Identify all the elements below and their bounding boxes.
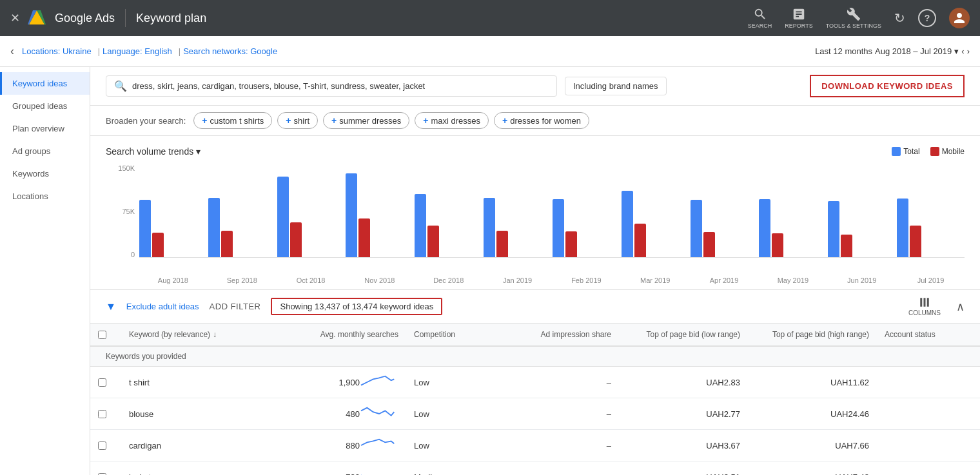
td-checkbox[interactable] — [90, 430, 121, 461]
bar-group — [208, 198, 276, 257]
th-account-status[interactable]: Account status — [877, 324, 980, 345]
plus-icon: + — [423, 115, 428, 126]
columns-label: COLUMNS — [908, 309, 941, 316]
sidebar-item-ad-groups-label: Ad groups — [12, 146, 50, 156]
row-checkbox[interactable] — [98, 441, 106, 450]
broaden-chip-label-1: shirt — [293, 116, 309, 126]
td-checkbox[interactable] — [90, 461, 121, 475]
th-bid-low[interactable]: Top of page bid (low range) — [619, 324, 748, 345]
td-bid-high: UAH7.48 — [748, 461, 877, 475]
reports-nav-button[interactable]: REPORTS — [785, 7, 812, 29]
ad-impression-value: – — [607, 441, 611, 451]
bar-mobile — [910, 226, 921, 257]
bid-high-value: UAH7.48 — [835, 472, 869, 476]
sidebar-item-grouped-ideas[interactable]: Grouped ideas — [0, 95, 90, 117]
legend-total-label: Total — [903, 147, 919, 156]
sidebar-item-grouped-ideas-label: Grouped ideas — [12, 101, 67, 111]
help-button[interactable]: ? — [918, 9, 936, 27]
keyword-text: cardigan — [129, 441, 161, 451]
bar-total — [828, 201, 839, 257]
search-bar-row: 🔍 Including brand names DOWNLOAD KEYWORD… — [90, 67, 980, 106]
back-button[interactable]: ‹ — [10, 44, 14, 58]
keyword-text: t shirt — [129, 378, 150, 387]
broaden-search-row: Broaden your search: + custom t shirts +… — [90, 106, 980, 136]
competition-value: Low — [414, 378, 429, 387]
chart-x-labels: Aug 2018Sep 2018Oct 2018Nov 2018Dec 2018… — [139, 276, 965, 284]
x-label: Jul 2019 — [897, 276, 965, 284]
keyword-text: jacket — [129, 472, 151, 476]
search-input[interactable] — [132, 81, 549, 91]
row-checkbox[interactable] — [98, 378, 106, 387]
brand-names-button[interactable]: Including brand names — [565, 77, 667, 95]
bar-total — [484, 198, 495, 257]
close-button[interactable]: ✕ — [10, 11, 20, 25]
location-value[interactable]: Ukraine — [63, 46, 92, 56]
broaden-chip-2[interactable]: + summer dresses — [323, 112, 409, 129]
sidebar-item-plan-overview[interactable]: Plan overview — [0, 117, 90, 140]
avg-searches-value: 720 — [346, 472, 360, 476]
legend-mobile-label: Mobile — [942, 147, 965, 156]
x-label: May 2019 — [759, 276, 827, 284]
broaden-chip-label-2: summer dresses — [339, 116, 401, 126]
th-keyword[interactable]: Keyword (by relevance) ↓ — [121, 324, 290, 345]
bid-high-value: UAH11.62 — [830, 378, 869, 387]
search-input-wrapper[interactable]: 🔍 — [106, 75, 557, 97]
broaden-chip-0[interactable]: + custom t shirts — [193, 112, 272, 129]
tools-nav-button[interactable]: TOOLS & SETTINGS — [826, 7, 881, 29]
td-bid-low: UAH2.51 — [619, 461, 748, 475]
network-value[interactable]: Google — [250, 46, 277, 56]
bar-mobile — [152, 233, 164, 257]
x-label: Jan 2019 — [484, 276, 551, 284]
prev-date-button[interactable]: ‹ — [961, 46, 964, 56]
reports-nav-label: REPORTS — [785, 23, 812, 29]
td-bid-low: UAH3.67 — [619, 430, 748, 461]
th-avg-searches[interactable]: Avg. monthly searches — [290, 324, 406, 345]
chart-legend: Total Mobile — [892, 147, 965, 156]
language-value[interactable]: English — [144, 46, 172, 56]
chart-container: 150K 75K 0 — [106, 164, 965, 274]
date-range-value: Aug 2018 – Jul 2019 — [875, 46, 952, 56]
bid-low-value: UAH3.67 — [706, 441, 740, 451]
download-button[interactable]: DOWNLOAD KEYWORD IDEAS — [810, 75, 965, 97]
bar-mobile — [703, 232, 715, 257]
broaden-chip-4[interactable]: + dresses for women — [494, 112, 589, 129]
next-date-button[interactable]: › — [967, 46, 970, 56]
date-range-filter[interactable]: Last 12 months Aug 2018 – Jul 2019 ▾ ‹ › — [815, 46, 970, 56]
chart-title-chevron-icon: ▾ — [196, 146, 201, 157]
td-checkbox[interactable] — [90, 367, 121, 398]
row-checkbox[interactable] — [98, 410, 106, 418]
sidebar-item-ad-groups[interactable]: Ad groups — [0, 140, 90, 162]
row-checkbox[interactable] — [98, 473, 106, 476]
chart-section: Search volume trends ▾ Total Mobile — [90, 136, 980, 290]
chart-title[interactable]: Search volume trends ▾ — [106, 146, 201, 157]
bar-group — [759, 199, 827, 257]
search-nav-button[interactable]: SEARCH — [748, 7, 772, 29]
th-bid-high[interactable]: Top of page bid (high range) — [748, 324, 877, 345]
broaden-chip-1[interactable]: + shirt — [277, 112, 318, 129]
search-nav-label: SEARCH — [748, 23, 772, 29]
sidebar-item-keyword-ideas[interactable]: Keyword ideas — [0, 72, 90, 95]
table-row: jacket 720 Medium – UAH2.51 UAH7.48 — [90, 461, 980, 475]
td-checkbox[interactable] — [90, 398, 121, 429]
plus-icon: + — [331, 115, 337, 126]
user-avatar[interactable] — [949, 8, 970, 28]
td-ad-impression: – — [503, 461, 619, 475]
bar-total — [691, 200, 702, 257]
exclude-adult-link[interactable]: Exclude adult ideas — [126, 302, 199, 311]
bar-total — [277, 177, 289, 257]
columns-button[interactable]: COLUMNS — [908, 296, 941, 316]
sidebar-item-keywords[interactable]: Keywords — [0, 162, 90, 185]
broaden-chip-3[interactable]: + maxi dresses — [415, 112, 489, 129]
refresh-button[interactable]: ↻ — [894, 10, 905, 26]
sidebar: Keyword ideas Grouped ideas Plan overvie… — [0, 67, 90, 475]
th-competition[interactable]: Competition — [406, 324, 503, 345]
select-all-checkbox[interactable] — [98, 331, 106, 339]
collapse-button[interactable]: ∧ — [956, 300, 965, 314]
th-keyword-label: Keyword (by relevance) — [129, 330, 210, 339]
th-ad-impression[interactable]: Ad impression share — [503, 324, 619, 345]
x-label: Jun 2019 — [828, 276, 896, 284]
sidebar-item-locations[interactable]: Locations — [0, 185, 90, 208]
add-filter-button[interactable]: ADD FILTER — [210, 302, 261, 311]
chart-header: Search volume trends ▾ Total Mobile — [106, 146, 965, 157]
bar-mobile — [427, 226, 439, 257]
